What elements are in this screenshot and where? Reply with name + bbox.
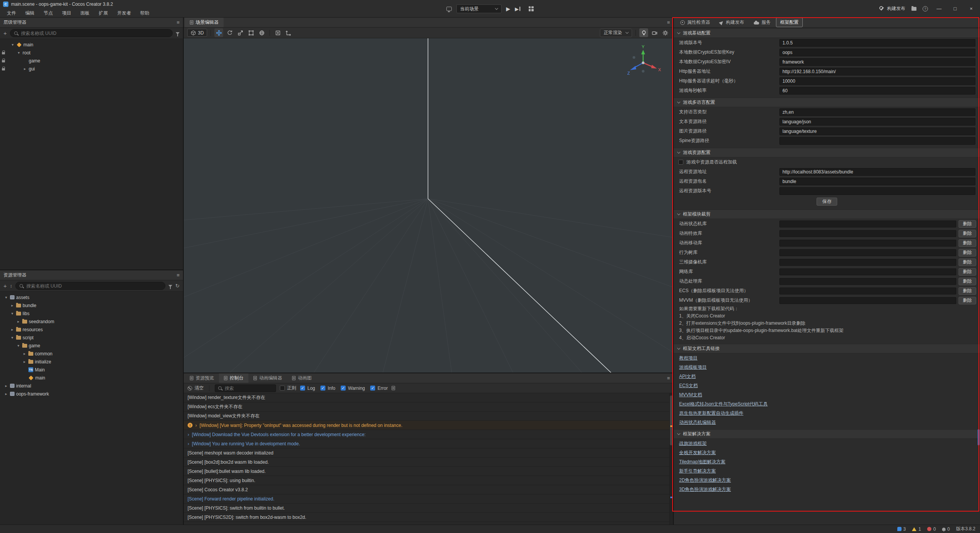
expand-arrow-icon[interactable]: ▸ [22,352,27,356]
close-button[interactable]: × [966,6,976,11]
console-search-input[interactable] [225,386,273,391]
tree-row[interactable]: ▸resources [0,325,183,334]
panel-menu-icon[interactable]: ≡ [176,20,180,25]
menu-item[interactable]: 文件 [3,9,20,17]
play-button[interactable]: ▶ [506,6,510,12]
checkbox-icon[interactable]: ✓ [300,386,305,391]
filter-Log[interactable]: ✓Log [300,386,315,391]
field-input[interactable] [779,128,975,135]
tree-row[interactable]: ▾script [0,334,183,342]
menu-item[interactable]: 帮助 [136,9,153,17]
preview-device-icon[interactable] [446,7,452,11]
save-button[interactable]: 保存 [817,198,837,206]
expand-arrow-icon[interactable]: ▸ [10,327,15,332]
minimize-button[interactable]: — [934,6,944,11]
checkbox-icon[interactable]: ✓ [370,386,375,391]
section-header[interactable]: 框架解决方案 [674,429,980,439]
module-path-field[interactable] [779,259,956,266]
checkbox-icon[interactable] [280,386,285,391]
tree-row[interactable]: ▸gui [0,65,183,73]
field-input[interactable] [779,108,975,116]
module-path-field[interactable] [779,249,956,256]
tab-控制台[interactable]: 控制台 [219,373,248,383]
console-scrollbar[interactable] [670,393,673,525]
filter-Error[interactable]: ✓Error [370,386,388,391]
delete-button[interactable]: 删除 [959,287,976,295]
doc-link[interactable]: Excel格式转Json文件与TypeScript代码工具 [679,401,768,407]
solution-link[interactable]: 3D角色扮演游戏解决方案 [679,486,731,493]
log-row[interactable]: [Scene] [PHYSICS2D]: switch from box2d-w… [184,513,670,522]
log-row[interactable]: [Scene] [box2d]:box2d wasm lib loaded. [184,458,670,467]
checkbox-icon[interactable] [678,160,683,165]
solution-link[interactable]: 全栈开发解决方案 [679,450,716,456]
add-node-icon[interactable]: + [3,30,7,36]
module-path-field[interactable] [779,221,956,227]
help-icon[interactable]: ? [923,6,928,11]
step-button[interactable]: ▶ [515,6,520,11]
build-publish-button[interactable]: 构建发布 [879,5,905,12]
log-row[interactable]: [Scene] [PHYSICS]: switch from builtin t… [184,504,670,513]
hierarchy-search-box[interactable] [10,29,173,37]
log-row[interactable]: [Scene] [PHYSICS]: using builtin. [184,476,670,485]
checkbox-icon[interactable]: ✓ [341,386,346,391]
maximize-button[interactable]: □ [950,6,960,11]
tree-row[interactable]: ▸initialize [0,358,183,366]
regex-toggle[interactable]: 正则 [280,385,296,391]
expand-arrow-icon[interactable]: ▸ [22,360,27,364]
tab-scene-editor[interactable]: 场景编辑器 [185,18,224,27]
scene-viewport[interactable]: Y X Z [184,38,673,373]
pivot-toggle-icon[interactable] [273,28,282,37]
tree-row[interactable]: game [0,57,183,65]
tab-动画图[interactable]: 动画图 [287,373,317,383]
tree-row[interactable]: main [0,374,183,382]
expand-arrow-icon[interactable]: ▾ [10,311,15,316]
solution-link[interactable]: 新手引导解决方案 [679,468,716,474]
delete-button[interactable]: 删除 [959,230,976,237]
delete-button[interactable]: 删除 [959,278,976,285]
log-row[interactable]: [Scene] Cocos Creator v3.8.2 [184,485,670,494]
module-path-field[interactable] [779,230,956,237]
mode-3d-button[interactable]: 3D [187,29,207,37]
tab-资源预览[interactable]: 资源预览 [185,373,219,383]
camera-icon[interactable] [650,28,659,37]
delete-button[interactable]: 删除 [959,268,976,276]
menu-item[interactable]: 面板 [77,9,93,17]
tree-row[interactable]: ▸common [0,350,183,358]
warning-count[interactable]: 1 [912,526,921,532]
solution-link[interactable]: 战旗游戏框架 [679,440,707,447]
filter-Info[interactable]: ✓Info [320,386,335,391]
field-input[interactable] [779,118,975,126]
field-input[interactable] [779,187,975,195]
menu-item[interactable]: 节点 [40,9,57,17]
delete-button[interactable]: 删除 [959,297,976,304]
render-mode-selector[interactable]: 正常渲染 [600,29,632,37]
delete-button[interactable]: 删除 [959,258,976,266]
menu-item[interactable]: 扩展 [95,9,112,17]
field-input[interactable] [779,49,975,56]
field-input[interactable] [779,168,975,176]
section-header[interactable]: 框架文档工具链接 [674,344,980,353]
log-row[interactable]: !›[Window] [Vue warn]: Property "onInput… [184,421,670,430]
tree-row[interactable]: ▾root [0,49,183,57]
tree-row[interactable]: ▾libs [0,309,183,317]
world-tool-icon[interactable] [257,28,266,37]
menu-item[interactable]: 编辑 [21,9,38,17]
delete-button[interactable]: 删除 [959,239,976,247]
log-row[interactable]: [Window] render_texture文件夹不存在 [184,393,670,402]
checkbox-icon[interactable]: ✓ [320,386,325,391]
scene-selector[interactable]: 当前场景 [456,4,501,13]
coordinate-toggle-icon[interactable] [284,28,293,37]
menu-item[interactable]: 项目 [58,9,75,17]
filter-Warning[interactable]: ✓Warning [341,386,365,391]
expand-arrow-icon[interactable]: ▸ [23,67,27,71]
add-asset-icon[interactable]: + [3,283,7,289]
tree-row[interactable]: ▸bundle [0,301,183,309]
doc-link[interactable]: ECS文档 [679,383,698,389]
expand-chevron-icon[interactable]: › [188,432,189,437]
section-header[interactable]: 游戏资源配置 [674,148,980,157]
error-count[interactable]: 0 [927,526,936,532]
tree-row[interactable]: ▸internal [0,382,183,390]
log-row[interactable]: ›[Window] You are running Vue in develop… [184,439,670,448]
tree-row[interactable]: ▸oops-framework [0,390,183,398]
message-count[interactable]: 3 [897,526,906,532]
